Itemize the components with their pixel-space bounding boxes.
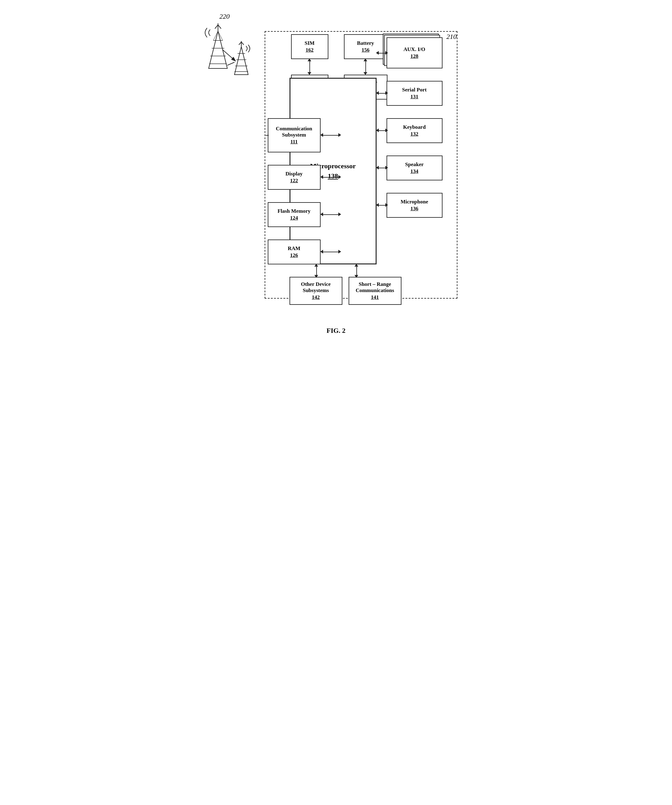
- arrow-comm-mp-right: [338, 133, 341, 137]
- aux-io-box: AUX. I/O 128: [387, 37, 443, 69]
- display-number: 122: [290, 177, 298, 184]
- arrow-bat-batif-down: [364, 72, 367, 75]
- serial-port-label: Serial Port: [402, 87, 427, 93]
- label-210: 210: [447, 33, 457, 41]
- comm-subsystem-number: 111: [290, 139, 298, 145]
- arrow-mp-short-down: [354, 275, 358, 278]
- arrow-mp-short-up: [354, 264, 358, 266]
- towers-area: [202, 22, 260, 109]
- speaker-box: Speaker 134: [387, 156, 443, 181]
- flash-memory-number: 124: [290, 215, 298, 221]
- flash-memory-label: Flash Memory: [277, 208, 310, 214]
- arrow-display-mp-h: [321, 177, 340, 177]
- battery-number: 156: [362, 47, 370, 53]
- svg-line-9: [218, 25, 221, 29]
- arrow-mp-other-up: [315, 264, 318, 266]
- sim-box: SIM 162: [291, 34, 328, 59]
- keyboard-label: Keyboard: [403, 124, 426, 130]
- microprocessor-number: 138: [328, 172, 338, 180]
- figure-caption: FIG. 2: [326, 327, 346, 335]
- ram-number: 126: [290, 252, 298, 258]
- svg-line-19: [227, 62, 234, 65]
- short-range-label: Short – RangeCommunications: [356, 281, 394, 294]
- svg-line-10: [223, 50, 235, 61]
- battery-label: Battery: [357, 40, 374, 46]
- keyboard-number: 132: [410, 131, 418, 137]
- svg-marker-0: [209, 31, 227, 69]
- other-subsystems-number: 142: [312, 294, 320, 301]
- arrow-mic-mp-right: [385, 203, 388, 207]
- arrow-display-mp-left: [320, 175, 323, 179]
- speaker-number: 134: [410, 168, 418, 174]
- arrow-ram-mp-right: [338, 250, 341, 253]
- arrow-speaker-mp-left: [376, 166, 379, 169]
- flash-memory-box: Flash Memory 124: [268, 202, 321, 227]
- serial-port-box: Serial Port 131: [387, 81, 443, 106]
- svg-line-8: [215, 25, 218, 29]
- diagram: 220: [202, 12, 470, 317]
- microphone-box: Microphone 136: [387, 193, 443, 218]
- arrow-serial-mp-right: [385, 91, 388, 95]
- arrow-mp-other-v: [316, 265, 317, 276]
- svg-line-5: [213, 31, 218, 40]
- aux-io-number: 128: [410, 53, 418, 59]
- arrow-flash-mp-right: [338, 212, 341, 216]
- serial-port-number: 131: [410, 94, 418, 100]
- microphone-label: Microphone: [400, 199, 428, 205]
- comm-subsystem-label: CommunicationSubsystem: [276, 126, 312, 138]
- battery-box: Battery 156: [344, 34, 387, 59]
- arrow-flash-mp-left: [320, 212, 323, 216]
- arrow-display-mp-right: [338, 175, 341, 179]
- arrow-comm-mp-left: [320, 133, 323, 137]
- display-label: Display: [285, 171, 303, 177]
- arrow-bat-batif-up: [364, 59, 367, 61]
- arrow-keyboard-mp-right: [385, 128, 388, 132]
- aux-io-label: AUX. I/O: [404, 46, 425, 53]
- arrow-ram-mp-h: [321, 251, 340, 252]
- arrow-sim-simif-down: [308, 72, 311, 75]
- arrow-serial-mp-left: [376, 91, 379, 95]
- towers-svg: [202, 22, 260, 109]
- svg-line-6: [218, 31, 223, 40]
- arrow-mp-other-down: [315, 275, 318, 278]
- ram-label: RAM: [288, 245, 300, 251]
- keyboard-box: Keyboard 132: [387, 118, 443, 143]
- arrow-flash-mp-h: [321, 214, 340, 215]
- svg-line-17: [239, 42, 241, 45]
- microphone-number: 136: [410, 205, 418, 212]
- svg-line-18: [241, 42, 244, 45]
- arrow-mp-short-v: [356, 265, 357, 276]
- ram-box: RAM 126: [268, 240, 321, 264]
- sim-label: SIM: [305, 40, 315, 46]
- arrow-mic-mp-left: [376, 203, 379, 207]
- other-subsystems-box: Other DeviceSubsystems 142: [290, 277, 343, 305]
- arrow-tower-comm: [266, 135, 269, 136]
- arrow-comm-mp-h: [321, 135, 340, 136]
- arrow-speaker-mp-right: [385, 166, 388, 169]
- arrow-aux-mp-right: [385, 51, 388, 55]
- short-range-number: 141: [371, 294, 379, 301]
- sim-number: 162: [306, 47, 314, 53]
- arrow-aux-mp-left: [376, 51, 379, 55]
- short-range-box: Short – RangeCommunications 141: [349, 277, 402, 305]
- other-subsystems-label: Other DeviceSubsystems: [301, 281, 331, 294]
- comm-subsystem-box: CommunicationSubsystem 111: [268, 118, 321, 153]
- arrow-ram-mp-left: [320, 250, 323, 253]
- arrow-sim-simif-up: [308, 59, 311, 61]
- label-220: 220: [220, 12, 230, 21]
- display-box: Display 122: [268, 165, 321, 190]
- speaker-label: Speaker: [405, 161, 424, 168]
- arrow-keyboard-mp-left: [376, 128, 379, 132]
